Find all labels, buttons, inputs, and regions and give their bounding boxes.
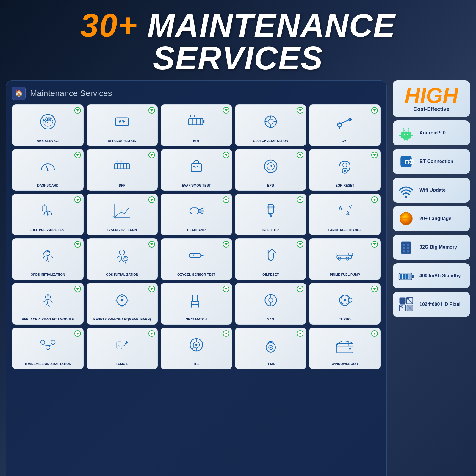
highlight-card: HIGH Cost-Effective [393,80,470,117]
service-label-windowsdoor: WINDOWSDOOR [332,362,358,366]
svg-text:A/F: A/F [119,119,126,124]
service-label-dpf: DPF [119,183,125,187]
card-badge-tps [223,330,229,337]
service-card-afr[interactable]: A/F AFR ADAPTATION [87,104,158,146]
service-card-gsensor[interactable]: Z Y X G SENSOR LEARN [87,194,158,235]
card-badge-gsensor [148,196,155,203]
card-badge-oxygen [223,241,229,248]
service-icon-dashboard [37,156,58,177]
panel-header: 🏠 Maintenance Services [12,87,381,100]
service-card-language[interactable]: A 文 LANGUAGE CHANGE [309,194,381,235]
svg-text:A: A [338,205,342,212]
service-card-transmission[interactable]: TRANSMISSION ADAPTATION [12,328,84,369]
feature-label-memory: 32G Big Memory [419,245,457,250]
card-badge-tcmoil [148,330,155,337]
card-badge-evap [223,152,229,158]
feature-card-pixel[interactable]: 1024*600 HD Pixel [393,292,470,317]
svg-point-66 [47,295,49,297]
service-card-sas[interactable]: SAS [235,283,306,325]
svg-rect-52 [267,206,274,209]
service-card-turbo[interactable]: TURBO [309,283,381,325]
svg-line-86 [43,344,47,346]
service-label-oxygen: OXYGEN SENSOR TEST [177,273,215,277]
svg-rect-122 [407,247,409,249]
service-card-clutch[interactable]: CLUTCH ADAPTATION [235,104,306,146]
svg-rect-124 [407,250,409,252]
service-card-ods[interactable]: ODS INITIALIZATION [87,238,158,280]
service-card-headlamp[interactable]: HEADLAMP [161,194,232,235]
service-card-primefuel[interactable]: PRIME FUEL PUMP [309,238,381,280]
service-label-brt: BRT [193,139,200,143]
feature-label-language20: 20+ Language [419,216,451,221]
svg-rect-110 [404,138,406,141]
service-icon-tcmoil: AT [112,334,132,355]
service-icon-tpms: ! [260,334,281,355]
service-icon-primefuel [334,245,355,266]
service-label-injector: INJECTOR [262,228,279,232]
service-card-dashboard[interactable]: DASHBOARD [12,149,84,191]
service-icon-opds [37,245,58,266]
service-card-dpf[interactable]: DPF [87,149,158,191]
svg-rect-105 [401,132,411,138]
svg-rect-32 [191,164,201,171]
svg-line-18 [338,119,351,124]
main-content: 🏠 Maintenance Services ABS ABS SERVICE A… [0,80,476,476]
service-icon-gsensor: Z Y X [112,201,132,221]
feature-card-android[interactable]: Android 9.0 [393,120,470,145]
service-label-headlamp: HEADLAMP [187,228,206,232]
service-card-evap[interactable]: EVAP/SMOG TEST [161,149,232,191]
svg-point-45 [121,210,123,212]
feature-card-bt[interactable]: BT BT Connection [393,149,470,174]
feature-label-wifi: Wifi Update [419,187,446,193]
card-badge-tpms [297,330,303,337]
feature-card-memory[interactable]: 32G Big Memory [393,235,470,260]
card-badge-airbag [74,286,81,292]
service-card-egr[interactable]: EGR RESET [309,149,381,191]
service-card-crankshaft[interactable]: RESET CRANKSHAFT(GEARLEARN) [87,283,158,325]
svg-point-103 [349,348,351,350]
service-card-oxygen[interactable]: OXYGEN SENSOR TEST [161,238,232,280]
feature-card-language20[interactable]: 20+ Language [393,206,470,231]
main-title: 30+ MAINTENANCE SERVICES [6,9,470,74]
svg-rect-120 [407,244,409,246]
svg-rect-127 [400,274,402,279]
service-card-tpms[interactable]: ! TPMS [235,328,306,369]
feature-icon-memory [397,238,415,256]
service-card-oilreset[interactable]: OILRESET [235,238,306,280]
feature-icon-android [397,124,415,142]
service-card-abs[interactable]: ABS ABS SERVICE [12,104,84,146]
card-badge-crankshaft [148,286,155,292]
service-icon-abs: ABS [37,111,58,132]
service-card-tcmoil[interactable]: AT TCMOIL [87,328,158,369]
service-icon-crankshaft [112,290,132,311]
service-card-fuel[interactable]: FUEL PRESSURE TEST [12,194,84,235]
service-label-opds: OPDS INITIALIZATION [31,273,65,277]
service-label-dashboard: DASHBOARD [37,183,59,187]
feature-card-battery[interactable]: 4000mAh Standby [393,263,470,288]
home-button[interactable]: 🏠 [12,87,26,100]
svg-rect-70 [192,295,198,302]
service-label-transmission: TRANSMISSION ADAPTATION [24,362,71,366]
service-icon-fuel [37,201,58,221]
service-card-brt[interactable]: BRT [161,104,232,146]
card-badge-brt [223,107,229,114]
service-label-language: LANGUAGE CHANGE [328,228,362,232]
service-label-crankshaft: RESET CRANKSHAFT(GEARLEARN) [93,317,151,321]
service-card-opds[interactable]: OPDS INITIALIZATION [12,238,84,280]
service-label-gsensor: G SENSOR LEARN [107,228,137,232]
service-card-airbag[interactable]: REPLACE AIRBAG ECU MODULE [12,283,84,325]
service-label-afr: AFR ADAPTATION [108,139,137,143]
service-card-injector[interactable]: INJECTOR [235,194,306,235]
svg-line-73 [198,304,199,308]
service-card-cvt[interactable]: CVT [309,104,381,146]
service-card-seat[interactable]: SEAT MATCH [161,283,232,325]
svg-point-75 [269,298,273,302]
svg-rect-5 [189,119,203,125]
feature-card-wifi[interactable]: Wifi Update [393,178,470,203]
svg-point-94 [195,344,197,346]
feature-label-battery: 4000mAh Standby [419,273,461,278]
service-card-epb[interactable]: P EPB [235,149,306,191]
service-card-windowsdoor[interactable]: WINDOWSDOOR [309,328,381,369]
service-card-tps[interactable]: TPS [161,328,232,369]
panel-title: Maintenance Services [30,89,112,98]
